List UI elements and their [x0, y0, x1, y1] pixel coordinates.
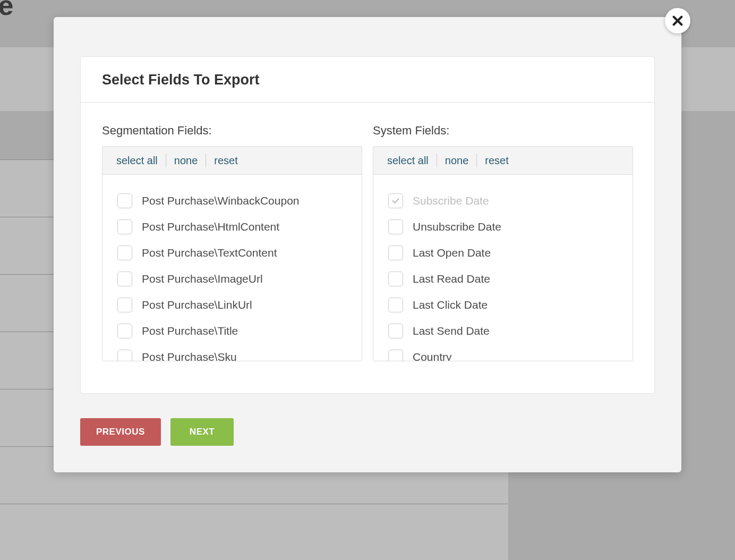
segmentation-field-item: Post Purchase\WinbackCoupon — [117, 188, 347, 214]
segmentation-field-label: Post Purchase\HtmlContent — [142, 220, 279, 233]
segmentation-field-checkbox[interactable] — [117, 324, 132, 338]
segmentation-field-checkbox[interactable] — [117, 350, 132, 362]
segmentation-field-checkbox[interactable] — [117, 193, 132, 208]
system-none-button[interactable]: none — [437, 155, 477, 166]
segmentation-field-checkbox[interactable] — [117, 271, 132, 286]
segmentation-heading: Segmentation Fields: — [102, 124, 362, 138]
system-field-item: Last Open Date — [388, 240, 618, 266]
segmentation-reset-button[interactable]: reset — [206, 155, 245, 166]
segmentation-field-label: Post Purchase\Title — [142, 325, 238, 337]
segmentation-field-item: Post Purchase\TextContent — [117, 240, 347, 266]
system-field-checkbox[interactable] — [388, 350, 403, 362]
segmentation-toolbar: select all none reset — [102, 146, 362, 174]
segmentation-list: Post Purchase\WinbackCouponPost Purchase… — [102, 174, 362, 361]
segmentation-field-item: Post Purchase\HtmlContent — [117, 214, 347, 240]
segmentation-none-button[interactable]: none — [166, 155, 206, 166]
export-fields-modal: Select Fields To Export Segmentation Fie… — [54, 17, 681, 472]
system-field-label: Last Click Date — [413, 299, 488, 311]
select-fields-card: Select Fields To Export Segmentation Fie… — [80, 56, 655, 394]
system-field-label: Country — [413, 351, 452, 362]
system-field-label: Unsubscribe Date — [413, 220, 501, 233]
system-field-checkbox[interactable] — [388, 298, 403, 312]
segmentation-field-checkbox[interactable] — [117, 219, 132, 234]
previous-button[interactable]: PREVIOUS — [80, 418, 161, 446]
segmentation-column: Segmentation Fields: select all none res… — [102, 124, 362, 361]
system-field-label: Subscribe Date — [413, 194, 489, 207]
close-icon — [672, 15, 683, 27]
close-button[interactable] — [665, 8, 690, 33]
system-field-checkbox — [388, 193, 403, 208]
system-field-item: Last Send Date — [388, 318, 618, 344]
system-field-checkbox[interactable] — [388, 271, 403, 286]
modal-overlay: Select Fields To Export Segmentation Fie… — [0, 0, 735, 560]
segmentation-select-all-button[interactable]: select all — [116, 155, 166, 166]
card-body: Segmentation Fields: select all none res… — [81, 103, 654, 393]
segmentation-field-item: Post Purchase\Sku — [117, 344, 347, 361]
system-field-label: Last Read Date — [413, 273, 490, 285]
system-field-item: Last Click Date — [388, 292, 618, 318]
system-field-item: Country — [388, 344, 618, 361]
modal-footer: PREVIOUS NEXT — [80, 418, 655, 446]
system-heading: System Fields: — [373, 124, 633, 138]
system-reset-button[interactable]: reset — [477, 155, 516, 166]
system-field-item: Last Read Date — [388, 266, 618, 292]
system-field-checkbox[interactable] — [388, 324, 403, 338]
segmentation-field-label: Post Purchase\ImageUrl — [142, 273, 263, 285]
next-button[interactable]: NEXT — [170, 418, 234, 446]
segmentation-field-label: Post Purchase\TextContent — [142, 247, 277, 259]
segmentation-field-item: Post Purchase\LinkUrl — [117, 292, 347, 318]
system-field-checkbox[interactable] — [388, 219, 403, 234]
segmentation-field-label: Post Purchase\WinbackCoupon — [142, 194, 300, 207]
segmentation-field-label: Post Purchase\Sku — [142, 351, 237, 362]
card-title: Select Fields To Export — [102, 72, 633, 88]
system-column: System Fields: select all none reset Sub… — [373, 124, 633, 361]
segmentation-field-item: Post Purchase\ImageUrl — [117, 266, 347, 292]
segmentation-field-item: Post Purchase\Title — [117, 318, 347, 344]
system-field-item: Unsubscribe Date — [388, 214, 618, 240]
segmentation-field-checkbox[interactable] — [117, 298, 132, 312]
system-toolbar: select all none reset — [373, 146, 633, 174]
system-list: Subscribe DateUnsubscribe DateLast Open … — [373, 174, 633, 361]
system-field-item: Subscribe Date — [388, 188, 618, 214]
segmentation-field-checkbox[interactable] — [117, 245, 132, 260]
card-header: Select Fields To Export — [81, 57, 654, 103]
segmentation-field-label: Post Purchase\LinkUrl — [142, 299, 252, 311]
system-select-all-button[interactable]: select all — [387, 155, 437, 166]
system-field-checkbox[interactable] — [388, 245, 403, 260]
system-field-label: Last Open Date — [413, 247, 491, 259]
system-field-label: Last Send Date — [413, 325, 490, 337]
